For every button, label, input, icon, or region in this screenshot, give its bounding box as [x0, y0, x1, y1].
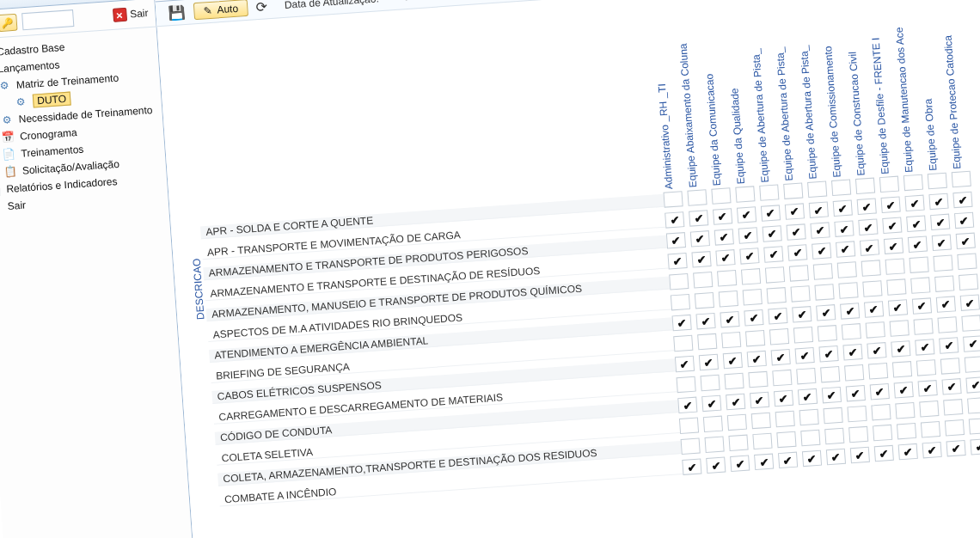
- matrix-cell[interactable]: [765, 266, 785, 283]
- matrix-cell[interactable]: [879, 176, 899, 193]
- matrix-cell[interactable]: [965, 356, 980, 372]
- matrix-cell[interactable]: [838, 282, 858, 298]
- matrix-cell[interactable]: [774, 390, 793, 407]
- matrix-cell[interactable]: [844, 364, 864, 381]
- matrix-cell[interactable]: [706, 456, 726, 473]
- matrix-cell[interactable]: [810, 222, 830, 238]
- matrix-cell[interactable]: [814, 284, 834, 300]
- matrix-cell[interactable]: [675, 356, 695, 372]
- matrix-cell[interactable]: [961, 315, 980, 331]
- matrix-cell[interactable]: [816, 304, 836, 321]
- matrix-cell[interactable]: [673, 335, 693, 352]
- matrix-cell[interactable]: [952, 171, 971, 187]
- matrix-cell[interactable]: [763, 246, 783, 262]
- matrix-cell[interactable]: [892, 361, 912, 377]
- matrix-cell[interactable]: [960, 294, 980, 310]
- matrix-cell[interactable]: [946, 440, 965, 456]
- matrix-cell[interactable]: [754, 454, 774, 470]
- matrix-cell[interactable]: [890, 320, 910, 336]
- matrix-cell[interactable]: [957, 254, 977, 270]
- matrix-cell[interactable]: [671, 294, 690, 310]
- matrix-cell[interactable]: [785, 203, 805, 219]
- matrix-cell[interactable]: [703, 416, 723, 432]
- matrix-cell[interactable]: [799, 409, 819, 425]
- matrix-cell[interactable]: [778, 452, 798, 468]
- matrix-cell[interactable]: [786, 223, 805, 240]
- matrix-cell[interactable]: [939, 337, 959, 353]
- matrix-cell[interactable]: [882, 217, 902, 233]
- matrix-cell[interactable]: [970, 438, 980, 455]
- matrix-cell[interactable]: [842, 344, 862, 360]
- matrix-cell[interactable]: [833, 199, 853, 216]
- matrix-cell[interactable]: [719, 290, 738, 307]
- matrix-cell[interactable]: [937, 316, 957, 333]
- matrix-cell[interactable]: [672, 315, 692, 331]
- matrix-cell[interactable]: [807, 180, 827, 197]
- matrix-cell[interactable]: [940, 358, 960, 374]
- matrix-cell[interactable]: [868, 363, 888, 379]
- matrix-cell[interactable]: [818, 345, 838, 362]
- matrix-cell[interactable]: [724, 373, 744, 389]
- matrix-cell[interactable]: [885, 258, 905, 274]
- matrix-cell[interactable]: [752, 433, 772, 449]
- matrix-cell[interactable]: [813, 263, 833, 279]
- matrix-cell[interactable]: [721, 332, 741, 348]
- matrix-cell[interactable]: [767, 287, 787, 303]
- matrix-cell[interactable]: [870, 383, 890, 400]
- matrix-cell[interactable]: [874, 445, 894, 462]
- matrix-cell[interactable]: [954, 212, 974, 229]
- matrix-cell[interactable]: [904, 195, 924, 211]
- matrix-cell[interactable]: [836, 241, 855, 257]
- matrix-cell[interactable]: [928, 173, 947, 189]
- matrix-cell[interactable]: [745, 330, 765, 346]
- matrix-cell[interactable]: [867, 342, 886, 358]
- matrix-cell[interactable]: [921, 421, 940, 437]
- matrix-cell[interactable]: [695, 313, 715, 329]
- matrix-cell[interactable]: [912, 297, 932, 314]
- matrix-cell[interactable]: [934, 275, 954, 291]
- matrix-cell[interactable]: [857, 199, 877, 215]
- matrix-cell[interactable]: [728, 435, 748, 451]
- matrix-cell[interactable]: [687, 189, 707, 205]
- matrix-cell[interactable]: [669, 273, 689, 290]
- matrix-cell[interactable]: [715, 249, 735, 266]
- matrix-cell[interactable]: [894, 382, 914, 398]
- matrix-cell[interactable]: [831, 180, 851, 196]
- matrix-cell[interactable]: [796, 368, 816, 384]
- matrix-cell[interactable]: [787, 244, 807, 260]
- matrix-cell[interactable]: [747, 351, 767, 367]
- matrix-cell[interactable]: [897, 423, 916, 439]
- nav-button-b[interactable]: 🔑: [0, 14, 18, 32]
- matrix-cell[interactable]: [871, 404, 891, 420]
- matrix-cell[interactable]: [858, 218, 878, 235]
- matrix-cell[interactable]: [775, 411, 795, 427]
- matrix-cell[interactable]: [915, 339, 934, 355]
- matrix-cell[interactable]: [928, 193, 948, 210]
- matrix-cell[interactable]: [717, 270, 737, 286]
- matrix-cell[interactable]: [826, 449, 846, 465]
- matrix-cell[interactable]: [886, 278, 906, 295]
- auto-button[interactable]: ✎ Auto: [193, 0, 248, 20]
- matrix-cell[interactable]: [906, 216, 926, 232]
- matrix-cell[interactable]: [919, 400, 939, 417]
- matrix-cell[interactable]: [726, 394, 745, 410]
- matrix-cell[interactable]: [873, 425, 892, 441]
- matrix-cell[interactable]: [739, 248, 759, 264]
- matrix-cell[interactable]: [789, 265, 809, 281]
- matrix-cell[interactable]: [793, 327, 813, 343]
- matrix-cell[interactable]: [737, 206, 756, 223]
- matrix-cell[interactable]: [818, 325, 837, 341]
- matrix-cell[interactable]: [941, 378, 961, 394]
- matrix-cell[interactable]: [699, 354, 719, 370]
- matrix-cell[interactable]: [952, 192, 972, 208]
- matrix-cell[interactable]: [823, 407, 842, 424]
- matrix-cell[interactable]: [861, 260, 881, 276]
- matrix-cell[interactable]: [969, 418, 980, 434]
- matrix-cell[interactable]: [690, 230, 710, 247]
- matrix-cell[interactable]: [936, 296, 956, 312]
- matrix-cell[interactable]: [744, 309, 763, 326]
- matrix-cell[interactable]: [959, 273, 978, 290]
- matrix-cell[interactable]: [681, 437, 701, 454]
- matrix-cell[interactable]: [738, 227, 758, 243]
- matrix-cell[interactable]: [822, 387, 842, 403]
